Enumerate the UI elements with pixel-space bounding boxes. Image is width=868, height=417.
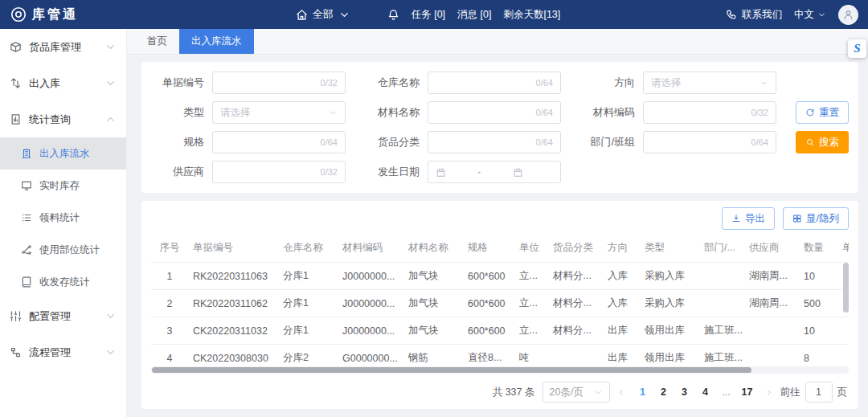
chevron-left-icon xyxy=(617,388,626,397)
sidebar-subitem-label: 领料统计 xyxy=(39,211,117,225)
table-cell: 出库 xyxy=(603,345,640,366)
sidebar-subitem-usage-position-stats[interactable]: 使用部位统计 xyxy=(0,234,126,266)
page-number[interactable]: 17 xyxy=(738,382,757,403)
material-name-input[interactable]: 0/64 xyxy=(428,101,561,124)
contact-us-link[interactable]: 联系我们 xyxy=(726,8,782,22)
page-number[interactable]: 4 xyxy=(696,382,715,403)
avatar[interactable] xyxy=(838,5,858,25)
material-code-input[interactable]: 0/32 xyxy=(643,101,776,124)
page-size-label: 20条/页 xyxy=(550,386,583,399)
goto-page-input[interactable]: 1 xyxy=(805,382,833,403)
page-ellipsis: ... xyxy=(717,382,736,403)
table-row[interactable]: 3CK20220311032分库1J0000000...加气块600*600立.… xyxy=(151,317,849,345)
page-size-select[interactable]: 20条/页 xyxy=(542,382,610,403)
chevron-down-icon xyxy=(594,388,603,397)
char-counter: 0/32 xyxy=(751,108,768,117)
date-range-input[interactable]: - xyxy=(428,161,561,183)
filter-field-type: 类型 请选择 xyxy=(145,101,360,124)
sidebar-subitem-material-stats[interactable]: 领料统计 xyxy=(0,202,126,234)
table-cell: CK20220308030 xyxy=(188,345,278,366)
top-header: 库管通 全部 任务 [0] 消息 [0] 剩余天数[13] 联系我们 中文 xyxy=(0,0,868,29)
sidebar: 货品库管理出入库统计查询出入库流水实时库存领料统计使用部位统计收发存统计配置管理… xyxy=(0,29,127,417)
spec-input[interactable]: 0/64 xyxy=(212,131,346,153)
table-cell: 8 xyxy=(799,345,837,366)
table-row[interactable]: 2RK20220311062分库1J0000000...加气块600*600立.… xyxy=(151,290,849,317)
filter-field-order-no: 单据编号 0/32 xyxy=(145,72,360,94)
bell-icon[interactable] xyxy=(387,9,399,21)
search-button[interactable]: 搜索 xyxy=(796,131,849,153)
table-cell: 分库1 xyxy=(278,290,338,317)
table-cell: 4 xyxy=(151,345,188,366)
chevron-up-icon xyxy=(104,113,117,125)
filter-field-date: 发生日期 - xyxy=(360,161,575,183)
filter-field-material-code: 材料编码 0/32 xyxy=(575,101,791,124)
language-selector[interactable]: 中文 xyxy=(794,8,826,22)
order-no-input[interactable]: 0/32 xyxy=(212,72,346,94)
page-number[interactable]: 1 xyxy=(633,382,653,403)
tasks-link[interactable]: 任务 [0] xyxy=(411,8,445,22)
sidebar-subitem-label: 使用部位统计 xyxy=(39,243,117,257)
horizontal-scrollbar-thumb[interactable] xyxy=(152,367,751,373)
table-cell: 加气块 xyxy=(403,290,463,317)
direction-select[interactable]: 请选择 xyxy=(643,72,776,94)
type-select[interactable]: 请选择 xyxy=(212,101,346,124)
horizontal-scrollbar[interactable] xyxy=(151,366,849,374)
chevron-down-icon xyxy=(104,346,117,358)
sidebar-item-process[interactable]: 流程管理 xyxy=(0,334,126,370)
table-cell: CK20220311032 xyxy=(188,317,278,345)
sidebar-subitem-label: 收发存统计 xyxy=(39,276,117,289)
table-cell: 加气块 xyxy=(403,317,463,345)
prev-page-button[interactable] xyxy=(617,388,626,397)
supplier-input[interactable]: 0/32 xyxy=(212,161,346,183)
grid-icon xyxy=(792,214,802,223)
sidebar-subitem-realtime-stock[interactable]: 实时库存 xyxy=(0,170,126,202)
reset-button[interactable]: 重置 xyxy=(796,101,849,124)
sidebar-item-goods[interactable]: 货品库管理 xyxy=(0,29,126,65)
table-cell xyxy=(744,345,799,366)
sidebar-item-label: 统计查询 xyxy=(29,112,104,127)
app-window: 库管通 全部 任务 [0] 消息 [0] 剩余天数[13] 联系我们 中文 xyxy=(0,0,868,417)
column-header: 规格 xyxy=(463,234,514,263)
tab-home[interactable]: 首页 xyxy=(135,29,179,54)
char-counter: 0/64 xyxy=(321,137,338,147)
filter-field-category: 货品分类 0/64 xyxy=(360,131,575,153)
next-page-button[interactable] xyxy=(764,388,773,397)
page-number[interactable]: 3 xyxy=(675,382,694,403)
table-cell: 材料分... xyxy=(548,263,603,290)
pagination-pages: 1234...17 xyxy=(633,382,757,403)
table-row[interactable]: 4CK20220308030分库2G0000000...钢筋直径8...吨出库领… xyxy=(151,345,849,366)
table-cell: 施工班... xyxy=(699,317,744,345)
export-button-label: 导出 xyxy=(745,212,765,226)
sidebar-subitem-inout-records[interactable]: 出入库流水 xyxy=(0,137,126,170)
export-button[interactable]: 导出 xyxy=(722,207,775,230)
column-header: 方向 xyxy=(603,234,640,263)
vertical-scrollbar[interactable] xyxy=(843,263,849,313)
messages-link[interactable]: 消息 [0] xyxy=(457,8,491,22)
sidebar-subitem-label: 出入库流水 xyxy=(39,147,117,161)
page-number[interactable]: 2 xyxy=(654,382,674,403)
sidebar-item-stats[interactable]: 统计查询 xyxy=(0,101,126,137)
category-input[interactable]: 0/64 xyxy=(428,131,561,153)
show-hide-columns-button[interactable]: 显/隐列 xyxy=(783,207,849,230)
sidebar-item-inout[interactable]: 出入库 xyxy=(0,65,126,101)
service-widget-glyph: S xyxy=(854,42,860,55)
sidebar-subitem-inout-summary-stats[interactable]: 收发存统计 xyxy=(0,266,126,298)
filter-label: 规格 xyxy=(145,135,204,149)
service-widget[interactable]: S xyxy=(848,39,866,58)
sidebar-item-label: 配置管理 xyxy=(29,309,104,324)
sidebar-item-label: 货品库管理 xyxy=(29,40,104,55)
warehouse-input[interactable]: 0/64 xyxy=(428,72,561,94)
table-cell: 采购入库 xyxy=(640,263,699,290)
filter-label: 部门/班组 xyxy=(575,135,635,149)
table-container: 序号单据编号仓库名称材料编码材料名称规格单位货品分类方向类型部门/...供应商数… xyxy=(151,234,849,365)
filter-label: 货品分类 xyxy=(360,135,420,149)
table-cell: 入库 xyxy=(603,263,640,290)
table-cell: 领用出库 xyxy=(640,317,699,345)
department-input[interactable]: 0/64 xyxy=(643,131,776,153)
sidebar-item-config[interactable]: 配置管理 xyxy=(0,298,126,334)
filter-label: 方向 xyxy=(575,76,635,90)
tab-inout-records[interactable]: 出入库流水 xyxy=(179,29,254,54)
columns-button-label: 显/隐列 xyxy=(806,212,839,226)
table-row[interactable]: 1RK20220311063分库1J0000000...加气块600*600立.… xyxy=(151,263,849,290)
scope-selector[interactable]: 全部 xyxy=(296,7,350,22)
